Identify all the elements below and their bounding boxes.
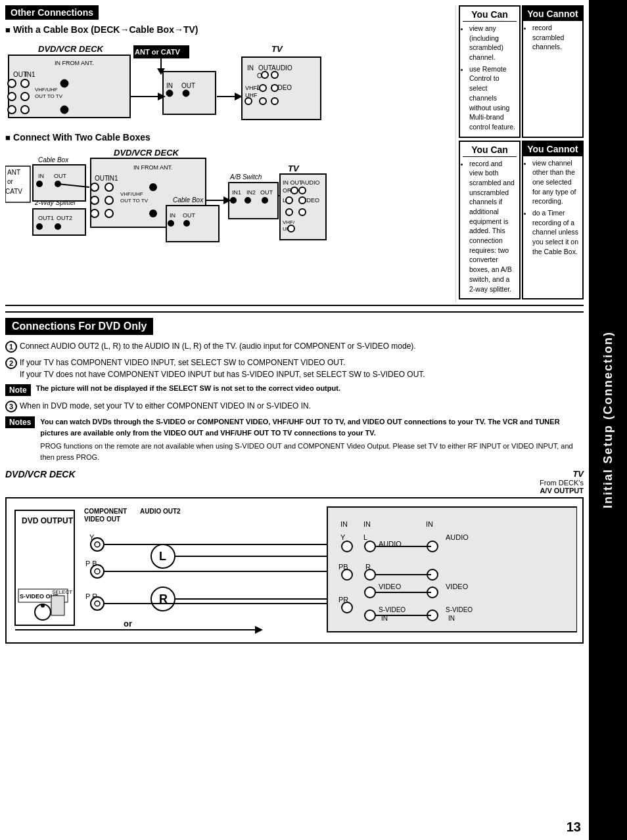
svg-point-83 bbox=[244, 197, 251, 204]
panel-pair-1: You Can view any (including scrambled) c… bbox=[459, 5, 584, 138]
svg-text:VHF/UHF: VHF/UHF bbox=[120, 191, 143, 197]
svg-text:IN2: IN2 bbox=[246, 189, 256, 196]
svg-point-89 bbox=[168, 220, 174, 227]
svg-text:IN: IN bbox=[426, 520, 433, 528]
svg-text:A/B Switch: A/B Switch bbox=[229, 173, 262, 181]
svg-text:IN FROM ANT.: IN FROM ANT. bbox=[133, 164, 173, 171]
you-can-block-1: You Can view any (including scrambled) c… bbox=[459, 5, 521, 138]
svg-text:DVD OUTPUT: DVD OUTPUT bbox=[22, 516, 74, 525]
you-can-title-1: You Can bbox=[463, 9, 517, 22]
svg-point-60 bbox=[149, 210, 157, 217]
you-can-block-2: You Can record and view both scrambled a… bbox=[459, 141, 521, 300]
svg-text:OUT1: OUT1 bbox=[38, 215, 54, 221]
svg-text:or: or bbox=[124, 619, 132, 629]
svg-text:IN: IN bbox=[363, 520, 371, 528]
you-cannot-title-2: You Cannot bbox=[523, 142, 582, 156]
step-3: 3 When in DVD mode, set your TV to eithe… bbox=[5, 400, 584, 412]
svg-text:IN: IN bbox=[247, 64, 254, 72]
step-2: 2 If your TV has COMPONENT VIDEO INPUT, … bbox=[5, 357, 584, 380]
svg-text:OR: OR bbox=[283, 187, 292, 194]
svg-text:L: L bbox=[159, 550, 166, 563]
svg-point-106 bbox=[299, 209, 306, 215]
svg-rect-112 bbox=[15, 510, 74, 625]
svg-point-14 bbox=[60, 106, 68, 114]
svg-text:VIDEO: VIDEO bbox=[379, 583, 402, 590]
you-cannot-title-1: You Cannot bbox=[523, 7, 582, 21]
svg-point-22 bbox=[166, 90, 173, 97]
svg-point-147 bbox=[365, 541, 375, 552]
svg-point-36 bbox=[271, 72, 278, 78]
svg-text:Cable Box: Cable Box bbox=[38, 156, 69, 164]
svg-text:TV: TV bbox=[288, 164, 300, 173]
svg-text:OUT: OUT bbox=[260, 189, 273, 196]
svg-point-126 bbox=[91, 565, 104, 578]
svg-text:OUT: OUT bbox=[95, 175, 108, 182]
cable-box-diagram-1: DVD/VCR DECK IN FROM ANT. OUT IN1 bbox=[5, 39, 327, 124]
svg-text:OUT: OUT bbox=[54, 173, 67, 179]
svg-text:IN: IN bbox=[170, 212, 175, 219]
svg-point-100 bbox=[299, 187, 306, 194]
svg-text:ANT or CATV: ANT or CATV bbox=[135, 48, 181, 56]
svg-point-109 bbox=[288, 225, 294, 232]
svg-point-42 bbox=[271, 85, 278, 91]
svg-text:L: L bbox=[363, 533, 367, 541]
svg-text:AUDIO: AUDIO bbox=[271, 64, 292, 72]
svg-text:IN1: IN1 bbox=[25, 71, 35, 78]
svg-point-159 bbox=[365, 610, 375, 621]
svg-text:SELECT: SELECT bbox=[52, 589, 72, 595]
svg-point-40 bbox=[260, 85, 266, 91]
connections-for-dvd-section: Connections For DVD Only 1 Connect AUDIO… bbox=[5, 311, 584, 835]
svg-text:OUT: OUT bbox=[258, 64, 272, 72]
svg-text:OUT: OUT bbox=[183, 212, 196, 219]
panel-pair-2: You Can record and view both scrambled a… bbox=[459, 141, 584, 300]
svg-point-44 bbox=[260, 98, 266, 104]
info-panels: You Can view any (including scrambled) c… bbox=[455, 5, 584, 302]
connections-header: Connections For DVD Only bbox=[5, 318, 584, 340]
you-cannot-block-2: You Cannot view channel other than the o… bbox=[522, 141, 584, 300]
svg-text:CATV: CATV bbox=[5, 188, 22, 195]
svg-point-59 bbox=[105, 210, 113, 217]
section1-header: Other Connections bbox=[5, 5, 453, 24]
svg-point-52 bbox=[105, 183, 113, 191]
svg-text:Cable Box: Cable Box bbox=[173, 196, 204, 204]
you-can-content-2: record and view both scrambled and unscr… bbox=[463, 159, 517, 294]
svg-text:OUT TO TV: OUT TO TV bbox=[35, 93, 63, 99]
svg-point-4 bbox=[8, 79, 16, 87]
svg-point-123 bbox=[91, 538, 104, 551]
svg-point-98 bbox=[291, 187, 298, 194]
svg-text:OUT TO TV: OUT TO TV bbox=[120, 198, 149, 204]
you-cannot-content-2: view channel other than the one selected… bbox=[526, 158, 580, 257]
svg-point-145 bbox=[342, 541, 352, 552]
dvd-diagram-section: DVD/VCR DECK TV From DECK's A/V OUTPUT D… bbox=[5, 469, 584, 644]
svg-text:S-VIDEO: S-VIDEO bbox=[379, 606, 406, 613]
two-cable-boxes-diagram: DVD/VCR DECK IN FROM ANT. OUT IN1 bbox=[5, 146, 453, 257]
svg-text:DVD/VCR DECK: DVD/VCR DECK bbox=[114, 148, 180, 158]
svg-marker-174 bbox=[255, 626, 263, 634]
svg-text:OUT: OUT bbox=[181, 82, 195, 89]
svg-point-55 bbox=[105, 196, 113, 204]
svg-text:AUDIO: AUDIO bbox=[446, 533, 469, 541]
title2: ■ Connect With Two Cable Boxes bbox=[5, 131, 453, 143]
sidebar-vertical: Initial Setup (Connection) bbox=[589, 0, 627, 840]
svg-point-105 bbox=[286, 209, 292, 215]
notes-box: Notes You can watch DVDs through the S-V… bbox=[5, 416, 584, 465]
svg-point-74 bbox=[36, 181, 43, 187]
step-1: 1 Connect AUDIO OUT2 (L, R) to the AUDIO… bbox=[5, 340, 584, 353]
svg-text:IN1: IN1 bbox=[232, 189, 241, 196]
svg-point-85 bbox=[262, 197, 268, 204]
svg-point-8 bbox=[8, 93, 16, 100]
svg-point-12 bbox=[8, 106, 16, 114]
svg-point-156 bbox=[365, 587, 375, 598]
svg-text:IN: IN bbox=[340, 520, 348, 528]
svg-text:Y: Y bbox=[340, 533, 346, 541]
svg-text:VHF/: VHF/ bbox=[283, 219, 295, 225]
svg-point-34 bbox=[262, 72, 268, 78]
svg-point-58 bbox=[91, 210, 99, 217]
svg-point-50 bbox=[91, 183, 99, 191]
dvd-connection-diagram: DVD OUTPUT S-VIDEO OUT SELECT COMP bbox=[5, 497, 584, 644]
svg-point-104 bbox=[299, 197, 306, 204]
svg-point-129 bbox=[91, 597, 104, 610]
svg-text:COMPONENT: COMPONENT bbox=[84, 508, 127, 515]
notes-content: You can watch DVDs through the S-VIDEO o… bbox=[40, 416, 584, 465]
svg-point-13 bbox=[21, 106, 29, 114]
